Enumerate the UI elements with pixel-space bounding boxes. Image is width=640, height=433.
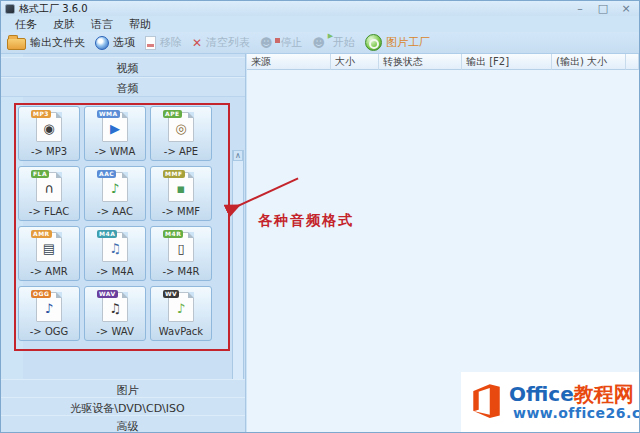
format-badge: OGG bbox=[31, 290, 51, 298]
headphones-icon: ∩ bbox=[37, 182, 61, 196]
format-tile-label: -> APE bbox=[151, 146, 211, 157]
format-tile-label: -> WAV bbox=[85, 326, 145, 337]
close-button[interactable]: × bbox=[619, 2, 633, 15]
menubar: 任务 皮肤 语言 帮助 bbox=[1, 16, 639, 32]
tape-icon: ◎ bbox=[169, 122, 193, 136]
phone-icon: ▯ bbox=[169, 242, 193, 256]
format-badge: M4R bbox=[163, 230, 183, 238]
picture-factory-button[interactable]: 图片工厂 bbox=[365, 34, 430, 51]
audio-file-icon: MMF ▪ bbox=[168, 172, 194, 202]
annotation-label: 各种音频格式 bbox=[258, 212, 354, 230]
audio-file-icon: APE ◎ bbox=[168, 112, 194, 142]
format-badge: AMR bbox=[31, 230, 52, 238]
person-start-icon: ☻ bbox=[313, 36, 326, 50]
section-label-picture: 图片 bbox=[23, 383, 232, 398]
format-tile-amr[interactable]: AMR ▤ -> AMR bbox=[18, 226, 80, 281]
menu-item-language[interactable]: 语言 bbox=[83, 17, 121, 32]
sidebar-section-video[interactable]: 视频 bbox=[1, 57, 245, 77]
titlebar: 格式工厂 3.6.0 – □ × bbox=[1, 1, 639, 16]
column-header-size[interactable]: 大小 bbox=[331, 54, 379, 70]
format-tile-wavpack[interactable]: WV ♪ WavPack bbox=[150, 286, 212, 341]
format-tile-mmf[interactable]: MMF ▪ -> MMF bbox=[150, 166, 212, 221]
clear-x-icon: ✕ bbox=[192, 36, 202, 50]
menu-item-help[interactable]: 帮助 bbox=[121, 17, 159, 32]
column-header-filler bbox=[626, 54, 639, 70]
watermark: Office教程网 www.office26.com bbox=[461, 372, 639, 432]
section-label-rom-device: 光驱设备\DVD\CD\ISO bbox=[23, 401, 232, 416]
format-tile-wma[interactable]: WMA ▶ -> WMA bbox=[84, 106, 146, 161]
clear-list-label: 清空列表 bbox=[206, 35, 250, 50]
format-tile-mp3[interactable]: MP3 ◉ -> MP3 bbox=[18, 106, 80, 161]
column-header-output[interactable]: 输出 [F2] bbox=[462, 54, 552, 70]
file-list-header: 来源 大小 转换状态 输出 [F2] (输出) 大小 bbox=[247, 54, 639, 70]
picture-factory-icon bbox=[365, 34, 382, 51]
music-note-icon: ♪ bbox=[37, 302, 61, 316]
format-tile-flac[interactable]: FLA ∩ -> FLAC bbox=[18, 166, 80, 221]
music-notes-icon: ♫ bbox=[103, 302, 127, 316]
format-badge: APE bbox=[163, 110, 182, 118]
format-badge: WAV bbox=[97, 290, 118, 298]
format-tile-m4r[interactable]: M4R ▯ -> M4R bbox=[150, 226, 212, 281]
watermark-brand-cn: 教程网 bbox=[574, 382, 634, 406]
format-tile-label: -> M4R bbox=[151, 266, 211, 277]
sidebar-section-advanced[interactable]: 高级 bbox=[1, 415, 245, 433]
format-tile-aac[interactable]: AAC ♪ -> AAC bbox=[84, 166, 146, 221]
start-label: 开始 bbox=[333, 35, 355, 50]
audio-file-icon: FLA ∩ bbox=[36, 172, 62, 202]
section-label-advanced: 高级 bbox=[23, 419, 232, 433]
remove-label: 移除 bbox=[160, 35, 182, 50]
audio-file-icon: M4R ▯ bbox=[168, 232, 194, 262]
stop-button: ☻ 停止 bbox=[260, 35, 303, 50]
audio-file-icon: AAC ♪ bbox=[102, 172, 128, 202]
format-badge: WV bbox=[163, 290, 179, 298]
section-label-audio: 音频 bbox=[23, 81, 232, 96]
format-badge: FLA bbox=[31, 170, 49, 178]
sidebar-section-audio[interactable]: 音频 bbox=[1, 77, 245, 97]
music-note-icon: ♫ bbox=[103, 242, 127, 256]
watermark-brand-office: Office bbox=[509, 382, 574, 406]
audio-file-icon: M4A ♫ bbox=[102, 232, 128, 262]
format-tile-wav[interactable]: WAV ♫ -> WAV bbox=[84, 286, 146, 341]
section-label-video: 视频 bbox=[23, 61, 232, 76]
keypad-icon: ▤ bbox=[37, 242, 61, 256]
audio-format-grid: MP3 ◉ -> MP3 WMA ▶ -> WMA APE ◎ -> APE bbox=[18, 106, 218, 341]
format-badge: MP3 bbox=[31, 110, 51, 118]
folder-icon bbox=[7, 38, 26, 50]
audio-file-icon: WV ♪ bbox=[168, 292, 194, 322]
menu-item-task[interactable]: 任务 bbox=[7, 17, 45, 32]
office-logo-icon bbox=[466, 381, 506, 421]
options-button[interactable]: 选项 bbox=[95, 35, 135, 50]
stop-square-icon bbox=[275, 38, 280, 43]
column-header-source[interactable]: 来源 bbox=[247, 54, 331, 70]
format-tile-label: -> OGG bbox=[19, 326, 79, 337]
column-header-output-size[interactable]: (输出) 大小 bbox=[552, 54, 626, 70]
output-folder-label: 输出文件夹 bbox=[30, 35, 85, 50]
format-tile-m4a[interactable]: M4A ♫ -> M4A bbox=[84, 226, 146, 281]
app-icon bbox=[5, 4, 15, 14]
menu-item-skin[interactable]: 皮肤 bbox=[45, 17, 83, 32]
remove-button: 移除 bbox=[145, 35, 182, 50]
music-note-icon: ♪ bbox=[103, 182, 127, 196]
minimize-button[interactable]: – bbox=[573, 2, 587, 15]
watermark-url: www.office26.com bbox=[513, 405, 640, 421]
output-folder-button[interactable]: 输出文件夹 bbox=[7, 35, 85, 50]
scroll-up-button[interactable]: ∧ bbox=[233, 150, 243, 161]
toolbar: 输出文件夹 选项 移除 ✕ 清空列表 ☻ 停止 ☻ ▶ 开始 图片工厂 bbox=[1, 32, 639, 54]
format-tile-label: -> MP3 bbox=[19, 146, 79, 157]
format-tile-label: -> AAC bbox=[85, 206, 145, 217]
stop-label: 停止 bbox=[281, 35, 303, 50]
format-tile-label: WavPack bbox=[151, 326, 211, 337]
audio-file-icon: AMR ▤ bbox=[36, 232, 62, 262]
sidebar-section-picture[interactable]: 图片 bbox=[1, 379, 245, 399]
audio-file-icon: MP3 ◉ bbox=[36, 112, 62, 142]
format-tile-label: -> M4A bbox=[85, 266, 145, 277]
options-label: 选项 bbox=[113, 35, 135, 50]
format-tile-ape[interactable]: APE ◎ -> APE bbox=[150, 106, 212, 161]
format-tile-ogg[interactable]: OGG ♪ -> OGG bbox=[18, 286, 80, 341]
page-dot-icon: ▪ bbox=[169, 182, 193, 196]
start-button: ☻ ▶ 开始 bbox=[313, 35, 356, 50]
format-badge: AAC bbox=[97, 170, 116, 178]
column-header-convert-state[interactable]: 转换状态 bbox=[379, 54, 462, 70]
sidebar-section-rom-device[interactable]: 光驱设备\DVD\CD\ISO bbox=[1, 397, 245, 417]
maximize-button[interactable]: □ bbox=[596, 2, 610, 15]
